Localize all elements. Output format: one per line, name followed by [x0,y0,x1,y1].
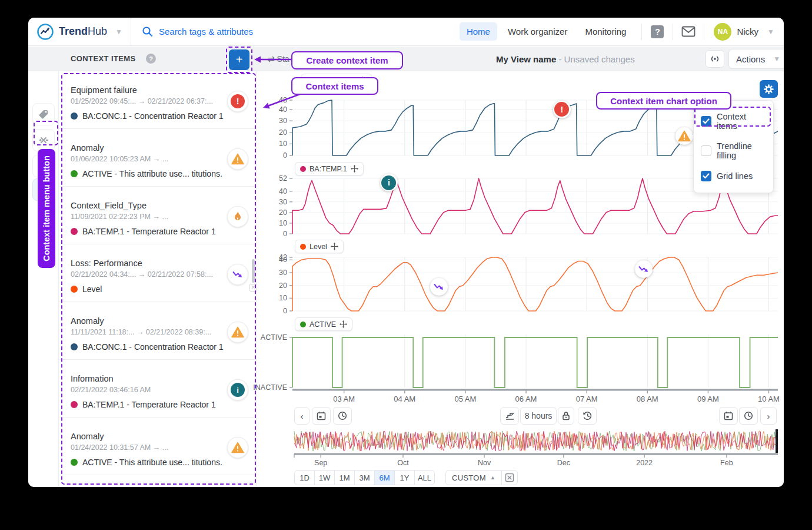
stacked-toggle-partial[interactable]: ⇄ Sta [268,54,289,64]
context-item-title: Information [71,374,114,383]
calendar-icon [317,411,326,420]
formula-icon [38,134,49,146]
pan-left-button[interactable]: ‹ [294,407,310,425]
tab-home[interactable]: Home [460,22,497,41]
warning-icon [231,326,244,338]
context-item-daterange: 11/11/2021 11:18:... → 02/21/2022 08:39:… [71,328,211,336]
series-label: BA:CONC.1 - Concentration Reactor 1 [82,342,224,352]
loss-trend-icon [232,270,243,279]
custom-range-button[interactable]: CUSTOM▲ [445,470,502,485]
context-item-row[interactable]: Information02/21/2022 03:46:16 AMBA:TEMP… [59,360,257,418]
help-button[interactable]: ? [642,18,673,45]
range-1w-button[interactable]: 1W [314,470,335,485]
loss-trend-icon [434,283,444,291]
annotation-chart-option: Context item chart option [596,92,731,110]
legend-chip-active[interactable]: ACTIVE [295,317,352,331]
checkbox-unchecked-icon[interactable] [701,145,711,156]
list-scroll-corner[interactable]: ✕ [249,284,257,292]
menu-option-grid-lines[interactable]: Grid lines [694,165,773,187]
legend-chip-ba-temp-1[interactable]: BA:TEMP.1 [295,162,364,175]
start-time-button[interactable] [333,407,352,425]
user-name: Nicky [737,26,758,37]
context-item-row[interactable]: Anomaly11/11/2021 11:18:... → 02/21/2022… [59,302,257,360]
global-search[interactable] [131,26,311,37]
clear-custom-range-button[interactable] [501,470,518,485]
start-date-button[interactable] [312,407,331,425]
create-context-item-button[interactable]: + [229,49,249,70]
messages-button[interactable] [673,18,704,45]
range-1m-button[interactable]: 1M [334,470,355,485]
context-item-row[interactable]: Loss: Performance02/21/2022 04:34:... → … [59,244,257,302]
search-input[interactable] [159,26,300,37]
range-1d-button[interactable]: 1D [294,470,315,485]
context-item-type-icon[interactable] [227,148,248,170]
context-item-type-icon[interactable] [227,437,248,458]
context-items-help-icon[interactable]: ? [146,54,156,64]
actions-button[interactable]: Actions▼ [728,49,784,69]
move-handle-icon [340,320,347,328]
history-icon [583,411,593,420]
brand-chevron-down-icon[interactable]: ▼ [115,28,122,36]
list-scrollbar[interactable] [252,259,255,283]
end-time-button[interactable] [739,407,758,425]
context-item-title: Context_Field_Type [71,201,147,210]
lock-duration-button[interactable] [558,407,574,425]
sidebar-item-calculations[interactable] [32,129,55,151]
tab-work-organizer[interactable]: Work organizer [501,22,574,41]
legend-color-dot [300,322,306,327]
context-item-row[interactable]: Anomaly01/24/2022 10:31:57 AM → ...ACTIV… [59,418,257,475]
context-item-type-icon[interactable] [227,264,248,285]
context-item-row[interactable]: Anomaly01/06/2022 10:05:23 AM → ...ACTIV… [59,129,257,187]
series-label: ACTIVE - This attribute use... titutions… [82,458,222,467]
menu-option-context-items[interactable]: Context items [694,107,773,136]
tab-monitoring[interactable]: Monitoring [578,22,633,41]
legend-label: BA:TEMP.1 [310,165,347,173]
chart-marker-alert[interactable]: ! [553,101,571,118]
context-item-type-icon[interactable]: ! [227,91,248,112]
context-item-series: BA:TEMP.1 - Temperature Reactor 1 [71,227,216,236]
series-label: ACTIVE - This attribute use... titutions… [82,169,222,178]
chart-marker-warning[interactable] [675,127,693,145]
menu-option-trendline-filling[interactable]: Trendline filling [694,136,773,165]
range-6m-button[interactable]: 6M [374,470,395,485]
sidebar-item-tags[interactable] [32,103,55,125]
context-item-type-icon[interactable] [227,206,248,227]
top-navbar: TrendHub ▼ HomeWork organizerMonitoring … [28,18,784,46]
range-1y-button[interactable]: 1Y [394,470,415,485]
chart-options-button[interactable] [760,80,778,98]
chart-marker-loss[interactable] [430,278,448,296]
user-chevron-down-icon: ▼ [767,28,774,36]
clock-icon [338,411,347,420]
reset-time-button[interactable] [578,407,597,425]
checkbox-checked-icon[interactable] [701,116,711,127]
context-item-series: Level [71,284,102,294]
avatar: NA [714,23,731,41]
legend-chip-level[interactable]: Level [295,240,344,253]
duration-button[interactable]: 8 hours [520,407,557,425]
duration-label: 8 hours [525,411,553,420]
series-color-dot [71,401,78,408]
brand[interactable]: TrendHub ▼ [28,23,131,41]
chart-mode-button[interactable] [500,407,519,425]
series-label: BA:TEMP.1 - Temperature Reactor 1 [82,400,216,409]
warning-icon [231,153,244,165]
context-item-row[interactable]: Equipment failure01/25/2022 09:45:... → … [59,71,257,129]
chart-marker-info[interactable]: i [380,174,398,191]
user-menu[interactable]: NA Nicky ▼ [704,23,784,41]
context-item-type-icon[interactable]: i [227,379,248,400]
left-icon-rail [28,71,59,487]
pan-right-button[interactable]: › [760,407,777,425]
series-label: Level [82,284,102,294]
chart-marker-loss[interactable] [635,260,653,278]
checkbox-checked-icon[interactable] [701,171,711,181]
context-item-row[interactable]: Context_Field_Type11/09/2021 02:22:23 PM… [59,187,257,244]
alert-icon: ! [554,102,569,117]
context-item-type-icon[interactable] [227,322,248,343]
range-all-button[interactable]: ALL [414,470,435,485]
context-item-list: Equipment failure01/25/2022 09:45:... → … [59,71,257,487]
clock-icon [744,411,753,420]
range-3m-button[interactable]: 3M [354,470,375,485]
broadcast-button[interactable] [705,50,724,68]
end-date-button[interactable] [719,407,738,425]
annotation-create-context-item: Create context item [291,51,403,69]
